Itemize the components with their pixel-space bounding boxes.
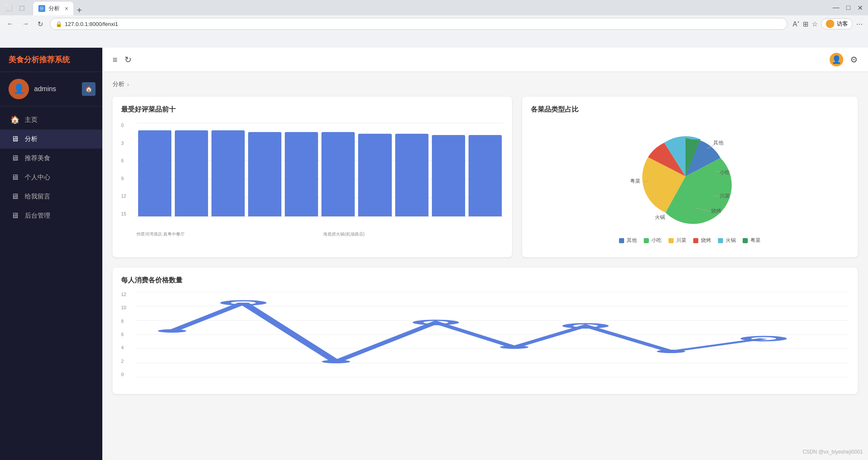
favorites-btn[interactable]: ☆ [812, 20, 818, 28]
nav-extras: Aʼ ⊞ ☆ 访客 ⋯ [793, 18, 863, 29]
legend-dot-hotpot [718, 238, 723, 243]
maximize-btn[interactable]: □ [845, 2, 852, 13]
pie-label-other: 其他 [713, 140, 723, 146]
legend-dot-other [619, 238, 624, 243]
y-label-0: 0 [121, 372, 126, 377]
active-tab[interactable]: 分 分析 × [33, 2, 73, 15]
pie-label-snack: 小吃 [720, 170, 730, 175]
admin-icon: 🖥 [10, 211, 20, 220]
line-chart-title: 每人消费各价格数量 [121, 276, 849, 285]
bar-9 [432, 135, 465, 216]
visitor-avatar [826, 20, 834, 28]
bar-5 [285, 132, 318, 216]
main-content: ≡ ↻ 👤 ⚙ 分析 › 最受好评菜品前十 [102, 48, 868, 460]
legend-item-other: 其他 [619, 237, 637, 244]
sidebar-item-message[interactable]: 🖥 给我留言 [0, 187, 102, 206]
y-label-8: 8 [121, 319, 126, 324]
tab-bar: 分 分析 × + [30, 0, 89, 15]
sidebar-item-profile[interactable]: 🖥 个人中心 [0, 168, 102, 187]
legend-dot-bbq [693, 238, 698, 243]
y-label-2: 2 [121, 359, 126, 364]
y-label-4: 4 [121, 345, 126, 350]
bar-chart-bars [136, 123, 503, 216]
legend-label-other: 其他 [627, 237, 637, 244]
sidebar-nav: 🏠 主页 🖥 分析 🖥 推荐美食 🖥 个人中心 🖥 给我留言 🖥 后台管 [0, 106, 102, 229]
browser-menu-btn[interactable]: ⋯ [856, 20, 863, 28]
pie-label-cantonese: 粤菜 [630, 178, 640, 184]
recommend-icon: 🖥 [10, 154, 20, 163]
legend-label-snack: 小吃 [651, 237, 662, 244]
sidebar-item-admin[interactable]: 🖥 后台管理 [0, 206, 102, 225]
split-view-btn[interactable]: ⊞ [803, 20, 808, 28]
nav-label-message: 给我留言 [25, 193, 50, 201]
pie-legend: 其他 小吃 川菜 烧烤 [531, 237, 849, 244]
bar-chart-card: 最受好评菜品前十 15 12 9 6 3 0 [113, 97, 512, 257]
tab-close-btn[interactable]: × [65, 5, 68, 12]
menu-toggle-btn[interactable]: ≡ [113, 55, 118, 65]
y-axis-labels: 15 12 9 6 3 0 [121, 123, 126, 216]
refresh-btn[interactable]: ↻ [124, 55, 132, 65]
line-y-axis: 0 2 4 6 8 10 12 [121, 292, 126, 377]
sidebar-user: 👤 admins 🏠 [0, 72, 102, 106]
pie-label-sichuan: 川菜 [720, 193, 730, 199]
sidebar-item-analysis[interactable]: 🖥 分析 [0, 129, 102, 149]
y-label-12: 12 [121, 292, 126, 297]
bar-6 [321, 132, 355, 216]
user-avatar: 👤 [9, 79, 29, 99]
line-point-3 [322, 360, 350, 363]
user-name: admins [34, 85, 56, 93]
bar-chart-title: 最受好评菜品前十 [121, 105, 503, 114]
breadcrumb-item: 分析 [113, 80, 124, 88]
bar-10 [469, 135, 502, 216]
bar-1 [138, 130, 171, 216]
read-mode-btn[interactable]: Aʼ [793, 20, 799, 28]
url-text: 127.0.0.1:8000/fenxi1 [65, 21, 118, 27]
y-label: 12 [121, 193, 126, 198]
pie-chart-title: 各菜品类型占比 [531, 105, 849, 114]
sidebar-item-home[interactable]: 🏠 主页 [0, 110, 102, 129]
sidebar-home-btn[interactable]: 🏠 [82, 82, 95, 96]
top-user-icon[interactable]: 👤 [830, 53, 843, 66]
bar-2 [175, 130, 208, 216]
legend-dot-sichuan [668, 238, 674, 243]
new-tab-btn[interactable]: + [73, 6, 85, 15]
tab-favicon: 分 [38, 5, 45, 12]
address-bar[interactable]: 🔒 127.0.0.1:8000/fenxi1 [50, 18, 787, 30]
page-content: 分析 › 最受好评菜品前十 15 12 9 6 [102, 72, 868, 413]
line-point-1 [158, 329, 186, 333]
bar-3 [211, 130, 245, 216]
legend-dot-snack [644, 238, 649, 243]
sidebar-item-recommend[interactable]: 🖥 推荐美食 [0, 149, 102, 168]
sidebar-brand: 美食分析推荐系统 [0, 48, 102, 72]
line-point-8 [746, 336, 782, 341]
forward-btn[interactable]: → [20, 18, 31, 29]
minimize-btn[interactable]: — [831, 2, 841, 13]
pie-label-hotpot: 火锅 [655, 214, 665, 220]
pie-label-bbq: 烧烤 [711, 208, 721, 214]
window-control-btn2[interactable]: ⬚ [17, 3, 26, 13]
bar-7 [358, 134, 391, 216]
filter-icon[interactable]: ⚙ [850, 55, 858, 65]
visitor-profile-btn[interactable]: 访客 [821, 18, 853, 29]
legend-label-bbq: 烧烤 [701, 237, 711, 244]
profile-icon: 🖥 [10, 173, 20, 182]
close-btn[interactable]: ✕ [856, 2, 865, 14]
analysis-icon: 🖥 [10, 135, 20, 144]
legend-item-cantonese: 粤菜 [743, 237, 761, 244]
window-control-btn[interactable]: ⬜ [3, 3, 14, 13]
refresh-btn[interactable]: ↻ [36, 18, 45, 30]
y-label-10: 10 [121, 305, 126, 310]
app-wrapper: 美食分析推荐系统 👤 admins 🏠 🏠 主页 🖥 分析 🖥 推荐美食 🖥 个… [0, 48, 868, 460]
watermark: CSDN @vx_biyesheji0001 [802, 449, 863, 455]
legend-dot-cantonese [743, 238, 748, 243]
pie-chart-card: 各菜品类型占比 [522, 97, 858, 257]
visitor-label: 访客 [837, 20, 848, 28]
legend-item-sichuan: 川菜 [668, 237, 686, 244]
browser-titlebar: ⬜ ⬚ 分 分析 × + — □ ✕ [0, 0, 868, 15]
y-label: 0 [121, 123, 126, 128]
top-bar-right: 👤 ⚙ [830, 53, 858, 66]
back-btn[interactable]: ← [5, 18, 15, 29]
x-axis-labels: 州星河湾酒店·真粤中餐厅 海底捞火锅(机场路店) [136, 228, 503, 240]
pie-chart-svg: 其他 小吃 川菜 烧烤 火锅 粤菜 [622, 121, 758, 232]
pie-chart-container: 其他 小吃 川菜 烧烤 火锅 粤菜 [531, 121, 849, 232]
